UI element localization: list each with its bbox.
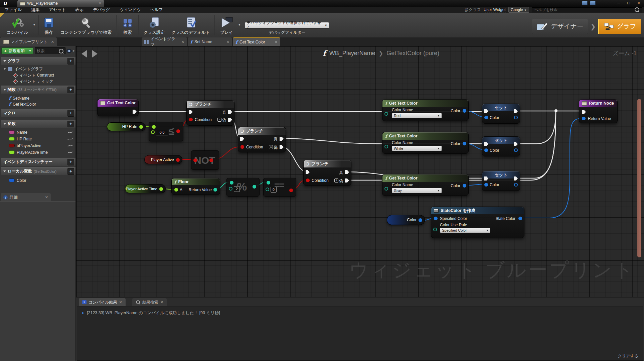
close-window-button[interactable]: ✕ <box>634 1 643 5</box>
menu-file[interactable]: ファイル <box>0 7 26 13</box>
section-graphs[interactable]: グラフ ＋ <box>1 57 75 65</box>
node-branch-3[interactable]: Ↄ ブランチ Condition 真 A 偽 <box>303 160 351 186</box>
int-in-pin[interactable] <box>266 188 269 191</box>
document-tab[interactable]: WB_PlayerName ✕ <box>17 0 104 7</box>
menu-help[interactable]: ヘルプ <box>145 7 167 13</box>
add-function-button[interactable]: ＋ <box>67 87 74 93</box>
color-in-pin[interactable] <box>484 148 488 152</box>
play-options-dropdown[interactable]: ▼ <box>236 23 242 26</box>
play-button[interactable]: プレイ <box>216 14 236 35</box>
menu-edit[interactable]: 編集 <box>26 7 44 13</box>
node-function-entry[interactable]: Get Text Color <box>97 99 139 116</box>
false-exec-pin[interactable] <box>345 178 349 183</box>
close-icon[interactable]: ✕ <box>275 40 278 44</box>
add-variable-button[interactable]: ＋ <box>67 121 74 127</box>
color-out-pin[interactable] <box>514 116 518 119</box>
variable-row-hp-rate[interactable]: HP Rate <box>1 136 75 142</box>
node-get-hp-rate[interactable]: HP Rate <box>107 122 146 131</box>
menu-asset[interactable]: アセット <box>44 7 70 13</box>
clear-log-button[interactable]: クリアする <box>618 353 638 359</box>
node-get-player-active-time[interactable]: Player Active Time <box>125 184 166 193</box>
node-less-equal[interactable]: ≤ 0.0 <box>149 122 183 141</box>
close-icon[interactable]: ✕ <box>119 300 122 305</box>
menu-debug[interactable]: デバッグ <box>88 7 115 13</box>
compile-button[interactable]: コンパイル <box>3 14 31 35</box>
add-new-button[interactable]: ＋ 新規追加 ▼ <box>1 47 33 54</box>
exec-in-pin[interactable] <box>189 110 193 114</box>
color-use-rule-pin[interactable] <box>433 228 437 231</box>
variable-row-name[interactable]: Name <box>1 129 75 135</box>
wire-struct-slatecolor-return[interactable] <box>521 118 582 218</box>
find-in-content-browser-button[interactable]: コンテンツブラウザで検索 <box>57 14 115 35</box>
tab-set-name[interactable]: f Set Name ✕ <box>188 37 232 46</box>
node-set-color-3[interactable]: セット Color <box>482 171 520 191</box>
log-entry[interactable]: [2123.33] WB_PlayerName のコンパイルに成功しました！ [… <box>82 310 220 316</box>
node-get-text-color-white[interactable]: f Get Text Color Color Name White▼ Color <box>382 132 469 154</box>
tab-my-blueprint[interactable]: マイブループリント ✕ <box>0 37 57 46</box>
section-local-variables[interactable]: ローカル変数 (GetTextColor) ＋ <box>1 167 75 175</box>
variable-row-playeractivetime[interactable]: PlayerActiveTime <box>1 149 75 155</box>
titlebar-icon-a[interactable] <box>582 1 588 5</box>
bool-in-pin[interactable] <box>193 158 197 162</box>
return-value-pin[interactable] <box>582 117 586 120</box>
color-use-rule-dropdown[interactable]: Specified Color▼ <box>440 228 491 233</box>
float-out-pin[interactable] <box>139 125 143 129</box>
int-out-pin[interactable] <box>253 185 256 189</box>
exec-out-pin[interactable] <box>133 110 137 114</box>
breadcrumb-root[interactable]: WB_PlayerName <box>329 50 375 57</box>
graph-forward-button[interactable] <box>92 50 98 57</box>
wire-exec-set2-return[interactable] <box>517 111 556 144</box>
section-functions[interactable]: 関数 (33 オーバーライド可能) ＋ <box>1 86 75 94</box>
node-return[interactable]: Return Node Return Value <box>579 99 618 123</box>
tree-item-event-tick[interactable]: イベント ティック <box>1 78 75 85</box>
blueprint-graph-canvas[interactable]: f WB_PlayerName ❯ GetTextColor (pure) ズー… <box>76 46 644 297</box>
tab-find-results[interactable]: 結果検索 ✕ <box>132 298 167 306</box>
close-icon[interactable]: ✕ <box>160 300 163 305</box>
add-local-variable-button[interactable]: ＋ <box>67 168 74 175</box>
int-out-pin[interactable] <box>213 188 217 192</box>
condition-pin[interactable] <box>240 145 244 149</box>
menu-view[interactable]: 表示 <box>70 7 88 13</box>
minimize-button[interactable]: ─ <box>614 1 623 5</box>
graph-back-button[interactable] <box>82 50 87 57</box>
color-out-pin[interactable] <box>463 184 466 188</box>
int-in-pin[interactable] <box>229 187 232 191</box>
class-settings-button[interactable]: クラス設定 <box>140 14 168 35</box>
default-value-field[interactable]: 0 <box>271 187 277 193</box>
close-icon[interactable]: ✕ <box>45 195 48 200</box>
close-icon[interactable]: ✕ <box>181 40 184 44</box>
node-floor[interactable]: f Floor A Return Value <box>171 178 220 195</box>
class-defaults-button[interactable]: クラスのデフォルト <box>168 14 213 35</box>
visibility-toggle-icon[interactable] <box>67 138 73 140</box>
int-in-pin[interactable] <box>230 181 233 185</box>
maximize-button[interactable]: ☐ <box>624 1 633 5</box>
bool-out-pin[interactable] <box>209 158 213 162</box>
name-in-pin[interactable] <box>384 112 388 116</box>
add-macro-button[interactable]: ＋ <box>67 110 74 117</box>
tree-item-setname[interactable]: f SetName <box>1 95 75 101</box>
node-make-slatecolor[interactable]: SlateColor を作成 Specified Color Slate Col… <box>431 207 524 238</box>
debug-object-dropdown[interactable]: デバッグオブジェクトが選択されていません▼ <box>245 22 329 28</box>
close-icon[interactable]: ✕ <box>99 1 102 6</box>
tab-event-graph[interactable]: イベントグラフ ✕ <box>142 37 187 46</box>
parent-class-link[interactable]: User Widget <box>484 7 506 12</box>
section-macros[interactable]: マクロ ＋ <box>1 109 75 117</box>
tab-compiler-results[interactable]: > コンパイル結果 ✕ <box>79 298 126 306</box>
add-dispatcher-button[interactable]: ＋ <box>67 159 74 165</box>
bool-out-pin[interactable] <box>289 189 293 192</box>
breadcrumb-current[interactable]: GetTextColor (pure) <box>386 50 439 57</box>
section-event-dispatchers[interactable]: イベントディスパッチャー ＋ <box>1 158 75 166</box>
node-branch-2[interactable]: Ↄ ブランチ Condition 真 A 偽 <box>238 127 286 152</box>
false-exec-pin[interactable] <box>280 145 284 149</box>
color-out-pin[interactable] <box>463 109 466 113</box>
exec-in-pin[interactable] <box>306 170 310 174</box>
visibility-toggle-icon[interactable] <box>67 144 73 147</box>
compile-options-dropdown[interactable]: ▼ <box>31 23 37 26</box>
color-in-pin[interactable] <box>484 183 488 187</box>
wire-exec-set3-return[interactable] <box>517 111 556 178</box>
add-graph-button[interactable]: ＋ <box>67 58 74 65</box>
true-exec-pin[interactable] <box>280 137 284 141</box>
node-get-color-local[interactable]: Color <box>387 215 425 225</box>
node-modulo[interactable]: % 2 <box>226 178 260 197</box>
default-value-field[interactable]: 2 <box>234 186 240 192</box>
